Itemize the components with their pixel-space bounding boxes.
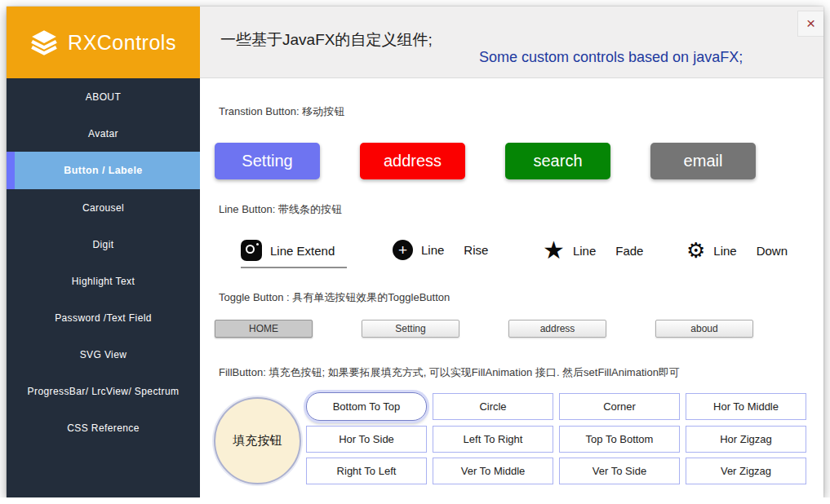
- toggle-button-address[interactable]: address: [508, 320, 606, 338]
- fill-button-left-to-right[interactable]: Left To Right: [433, 426, 553, 453]
- close-icon: ×: [806, 15, 815, 33]
- line-button-extend[interactable]: Line Extend: [241, 240, 335, 261]
- plus-circle-icon: +: [393, 240, 413, 260]
- line-button-label2: Fade: [615, 244, 643, 258]
- sidebar-item-password-textfield[interactable]: Password /Text Field: [7, 299, 200, 336]
- layers-icon: [30, 29, 58, 56]
- line-button-label2: Rise: [464, 243, 488, 257]
- toggle-button-home[interactable]: HOME: [215, 320, 313, 338]
- line-button-label: Line: [573, 244, 596, 258]
- active-indicator-bar: [7, 152, 15, 189]
- sidebar-item-label: Button / Labele: [64, 165, 142, 176]
- sidebar-item-carousel[interactable]: Carousel: [7, 189, 200, 226]
- sidebar: ABOUT Avatar Button / Labele Carousel Di…: [7, 78, 200, 497]
- fill-button-ver-to-side[interactable]: Ver To Side: [559, 458, 680, 484]
- sidebar-item-svg-view[interactable]: SVG View: [7, 336, 200, 373]
- camera-flash-dot: [256, 243, 259, 245]
- line-button-label: Line: [421, 243, 444, 257]
- sidebar-item-button-labele[interactable]: Button / Labele: [7, 152, 200, 189]
- fill-button-hor-zigzag[interactable]: Hor Zigzag: [686, 426, 806, 453]
- toggle-button-aboud[interactable]: aboud: [655, 320, 753, 338]
- fill-circle-button[interactable]: 填充按钮: [214, 397, 301, 484]
- line-extend-underline: [241, 267, 347, 269]
- header-bar: 一些基于JavaFX的自定义组件; Some custom controls b…: [200, 7, 823, 78]
- toggle-button-setting[interactable]: Setting: [362, 320, 459, 338]
- header-subtitle-en: Some custom controls based on javaFX;: [479, 49, 743, 66]
- section-label-transition-button: Transtion Button: 移动按钮: [219, 104, 344, 119]
- sidebar-item-css-reference[interactable]: CSS Reference: [7, 409, 200, 446]
- section-label-fill-button: FillButton: 填充色按钮; 如果要拓展填充方式, 可以实现FillAn…: [219, 365, 680, 380]
- fill-button-ver-zigzag[interactable]: Ver Zigzag: [686, 458, 806, 484]
- fill-button-hor-to-middle[interactable]: Hor To Middle: [686, 393, 806, 420]
- transition-button-search[interactable]: search: [505, 143, 610, 179]
- transition-button-email[interactable]: email: [650, 143, 756, 179]
- fill-button-top-to-bottom[interactable]: Top To Bottom: [559, 426, 680, 453]
- line-button-fade[interactable]: ★ Line Fade: [543, 240, 643, 261]
- app-title: RXControls: [68, 31, 176, 55]
- line-button-label2: Down: [757, 244, 788, 258]
- logo-area: RXControls: [7, 7, 200, 78]
- fill-circle-label: 填充按钮: [233, 433, 282, 449]
- sidebar-item-digit[interactable]: Digit: [7, 226, 200, 263]
- fill-button-right-to-left[interactable]: Right To Left: [306, 458, 427, 484]
- fill-button-corner[interactable]: Corner: [559, 393, 680, 420]
- transition-button-address[interactable]: address: [360, 143, 465, 179]
- line-button-label: Line Extend: [270, 244, 335, 258]
- section-label-toggle-button: Toggle Button : 具有单选按钮效果的ToggleButton: [219, 290, 450, 305]
- line-button-down[interactable]: ⚙ Line Down: [686, 240, 788, 261]
- section-label-line-button: Line Button: 带线条的按钮: [219, 202, 342, 217]
- fill-button-circle[interactable]: Circle: [433, 393, 553, 420]
- close-button[interactable]: ×: [797, 11, 823, 37]
- line-button-rise[interactable]: + Line Rise: [393, 240, 488, 260]
- app-window: RXControls 一些基于JavaFX的自定义组件; Some custom…: [7, 7, 823, 497]
- star-icon: ★: [543, 240, 565, 261]
- header-title-cn: 一些基于JavaFX的自定义组件;: [220, 29, 433, 51]
- gear-icon: ⚙: [686, 240, 705, 261]
- fill-button-hor-to-side[interactable]: Hor To Side: [306, 426, 427, 453]
- sidebar-item-about[interactable]: ABOUT: [7, 78, 200, 115]
- fill-button-bottom-to-top[interactable]: Bottom To Top: [306, 392, 427, 421]
- sidebar-item-avatar[interactable]: Avatar: [7, 115, 200, 152]
- camera-icon: [241, 240, 262, 261]
- main-panel: Transtion Button: 移动按钮 Setting address s…: [200, 78, 823, 497]
- sidebar-item-highlight-text[interactable]: Highlight Text: [7, 263, 200, 299]
- sidebar-item-progressbar-lrcview-spectrum[interactable]: ProgressBar/ LrcView/ Spectrum: [7, 373, 200, 409]
- fill-button-ver-to-middle[interactable]: Ver To Middle: [433, 458, 553, 484]
- camera-lens: [246, 245, 255, 254]
- transition-button-setting[interactable]: Setting: [215, 143, 320, 179]
- line-button-label: Line: [713, 244, 736, 258]
